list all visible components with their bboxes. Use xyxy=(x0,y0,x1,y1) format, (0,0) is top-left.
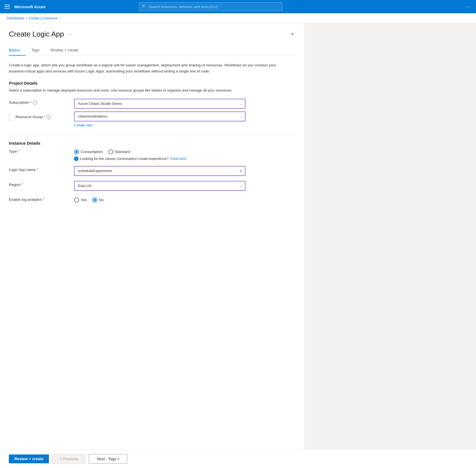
resource-group-required: * xyxy=(44,115,45,119)
resource-group-select[interactable]: chaosstudiodemo xyxy=(74,111,245,121)
type-consumption-radio[interactable] xyxy=(74,149,79,154)
create-new-link[interactable]: Create new xyxy=(74,123,92,127)
log-analytics-row: Enable log analytics * Yes No xyxy=(9,196,295,202)
logic-app-name-row: Logic App name * ✓ xyxy=(9,166,295,176)
instance-details-section: Instance Details Type * Consumption Stan… xyxy=(9,141,295,202)
search-input[interactable] xyxy=(149,5,279,9)
search-icon: 🔍 xyxy=(142,4,147,9)
next-button[interactable]: Next : Tags > xyxy=(89,454,127,464)
resource-group-select-wrapper: chaosstudiodemo ⌄ xyxy=(74,111,245,121)
review-create-button[interactable]: Review + create xyxy=(9,454,49,463)
region-required: * xyxy=(22,183,23,186)
subscription-control: Azure Chaos Studio Demo ⌄ xyxy=(74,99,245,109)
type-radio-group: Consumption Standard xyxy=(74,148,245,154)
page-more-options[interactable]: ⋯ xyxy=(67,31,73,37)
log-analytics-control: Yes No xyxy=(74,196,245,202)
subscription-label: Subscription * i xyxy=(9,99,70,105)
tab-review-create[interactable]: Review + create xyxy=(45,45,84,56)
instance-details-header: Instance Details xyxy=(9,141,295,145)
resource-group-info-icon[interactable]: i xyxy=(46,115,51,119)
breadcrumb-create-resource[interactable]: Create a resource xyxy=(29,16,57,20)
type-consumption-label: Consumption xyxy=(81,150,103,154)
click-here-link[interactable]: Click here xyxy=(170,157,186,161)
type-consumption-option[interactable]: Consumption xyxy=(74,149,103,154)
previous-button[interactable]: < Previous xyxy=(52,454,85,464)
project-details-header: Project Details xyxy=(9,81,295,85)
validation-checkmark: ✓ xyxy=(239,168,243,173)
log-analytics-label: Enable log analytics * xyxy=(9,196,70,202)
hamburger-menu[interactable] xyxy=(4,5,10,9)
type-label: Type * xyxy=(9,148,70,154)
subscription-select-wrapper: Azure Chaos Studio Demo ⌄ xyxy=(74,99,245,109)
log-analytics-no-option[interactable]: No xyxy=(92,197,104,202)
info-note: i Looking for the classic consumption cr… xyxy=(74,157,245,161)
log-analytics-no-radio[interactable] xyxy=(92,197,97,202)
tab-basics[interactable]: Basics xyxy=(9,45,26,56)
resource-group-label-area: Resource Group * i xyxy=(9,111,70,121)
log-analytics-yes-label: Yes xyxy=(81,198,87,202)
bottom-bar: Review + create < Previous Next : Tags > xyxy=(0,449,476,467)
main-content: Create Logic App ⋯ × Basics Tags Review … xyxy=(0,23,304,467)
region-control: East US ⌄ xyxy=(74,181,245,191)
project-details-section: Project Details Select a subscription to… xyxy=(9,81,295,127)
page-title: Create Logic App xyxy=(9,30,64,38)
resource-group-label: Resource Group * i xyxy=(15,113,51,119)
description-text: Create a logic app, which lets you group… xyxy=(9,62,280,74)
type-standard-label: Standard xyxy=(115,150,130,154)
subscription-select[interactable]: Azure Chaos Studio Demo xyxy=(74,99,245,109)
breadcrumb-separator-2: › xyxy=(59,16,60,20)
breadcrumb-dashboard[interactable]: Dashboard xyxy=(7,16,24,20)
close-button[interactable]: × xyxy=(290,30,295,38)
logic-app-name-input-wrapper: ✓ xyxy=(74,166,245,176)
resource-group-row: Resource Group * i chaosstudiodemo ⌄ Cre… xyxy=(9,111,295,127)
region-select[interactable]: East US xyxy=(74,181,245,191)
log-analytics-radio-group: Yes No xyxy=(74,196,245,202)
indent-bracket xyxy=(9,112,13,121)
log-analytics-required: * xyxy=(43,197,45,201)
subscription-row: Subscription * i Azure Chaos Studio Demo… xyxy=(9,99,295,109)
log-analytics-no-label: No xyxy=(99,198,104,202)
page-header: Create Logic App ⋯ × xyxy=(9,30,295,38)
region-row: Region * East US ⌄ xyxy=(9,181,295,191)
logic-app-name-required: * xyxy=(37,168,38,171)
search-bar: 🔍 xyxy=(139,2,283,11)
subscription-info-icon[interactable]: i xyxy=(33,100,37,105)
logic-app-name-label: Logic App name * xyxy=(9,166,70,172)
log-analytics-yes-radio[interactable] xyxy=(74,197,79,202)
type-row: Type * Consumption Standard i Looking xyxy=(9,148,295,161)
tab-bar: Basics Tags Review + create xyxy=(9,45,295,56)
type-standard-radio[interactable] xyxy=(108,149,113,154)
region-select-wrapper: East US ⌄ xyxy=(74,181,245,191)
resource-group-control: chaosstudiodemo ⌄ Create new xyxy=(74,111,245,127)
tab-tags[interactable]: Tags xyxy=(26,45,45,56)
breadcrumb-separator-1: › xyxy=(26,16,27,20)
type-control: Consumption Standard i Looking for the c… xyxy=(74,148,245,161)
logic-app-name-input[interactable] xyxy=(74,166,245,176)
breadcrumb: Dashboard › Create a resource › xyxy=(0,13,476,23)
type-required: * xyxy=(18,149,19,153)
page-title-row: Create Logic App ⋯ xyxy=(9,30,73,38)
info-note-icon: i xyxy=(74,157,79,161)
project-details-desc: Select a subscription to manage deployed… xyxy=(9,88,295,93)
section-divider xyxy=(9,134,295,134)
nav-bar: Microsoft Azure 🔍 ⋯ xyxy=(0,0,476,13)
region-label: Region * xyxy=(9,181,70,187)
nav-brand: Microsoft Azure xyxy=(14,4,46,9)
type-standard-option[interactable]: Standard xyxy=(108,149,130,154)
logic-app-name-control: ✓ xyxy=(74,166,245,176)
subscription-required: * xyxy=(30,101,32,105)
log-analytics-yes-option[interactable]: Yes xyxy=(74,197,87,202)
more-options-icon[interactable]: ⋯ xyxy=(465,3,472,10)
